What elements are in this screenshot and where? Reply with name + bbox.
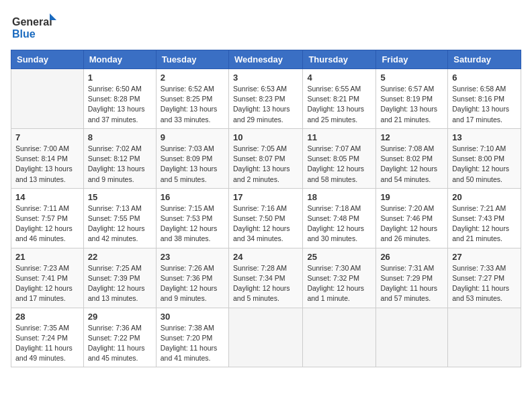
day-number: 28 xyxy=(15,312,79,322)
day-info: Sunrise: 7:16 AM Sunset: 7:50 PM Dayligh… xyxy=(233,203,298,244)
calendar-week-row: 21Sunrise: 7:23 AM Sunset: 7:41 PM Dayli… xyxy=(11,248,521,308)
calendar-cell: 15Sunrise: 7:13 AM Sunset: 7:55 PM Dayli… xyxy=(83,188,156,248)
day-number: 21 xyxy=(15,252,79,262)
calendar-cell: 20Sunrise: 7:21 AM Sunset: 7:43 PM Dayli… xyxy=(448,188,521,248)
calendar-cell: 2Sunrise: 6:52 AM Sunset: 8:25 PM Daylig… xyxy=(156,69,228,129)
calendar-cell: 18Sunrise: 7:18 AM Sunset: 7:48 PM Dayli… xyxy=(303,188,376,248)
day-info: Sunrise: 6:50 AM Sunset: 8:28 PM Dayligh… xyxy=(88,84,152,125)
day-info: Sunrise: 6:58 AM Sunset: 8:16 PM Dayligh… xyxy=(452,84,517,125)
calendar-cell: 23Sunrise: 7:26 AM Sunset: 7:36 PM Dayli… xyxy=(156,248,228,308)
logo-svg: GeneralBlue xyxy=(11,11,58,44)
day-number: 12 xyxy=(380,132,443,142)
day-number: 26 xyxy=(380,252,443,262)
calendar-cell: 10Sunrise: 7:05 AM Sunset: 8:07 PM Dayli… xyxy=(228,128,302,188)
calendar-cell: 28Sunrise: 7:35 AM Sunset: 7:24 PM Dayli… xyxy=(11,308,84,367)
calendar-cell: 25Sunrise: 7:30 AM Sunset: 7:32 PM Dayli… xyxy=(303,248,376,308)
day-info: Sunrise: 7:15 AM Sunset: 7:53 PM Dayligh… xyxy=(161,203,224,244)
day-info: Sunrise: 7:21 AM Sunset: 7:43 PM Dayligh… xyxy=(452,203,517,244)
calendar-cell: 16Sunrise: 7:15 AM Sunset: 7:53 PM Dayli… xyxy=(156,188,228,248)
day-info: Sunrise: 7:03 AM Sunset: 8:09 PM Dayligh… xyxy=(161,144,224,185)
calendar-header-row: SundayMondayTuesdayWednesdayThursdayFrid… xyxy=(11,50,521,69)
day-number: 19 xyxy=(380,192,443,202)
day-info: Sunrise: 7:30 AM Sunset: 7:32 PM Dayligh… xyxy=(307,263,371,304)
day-number: 9 xyxy=(161,132,224,142)
day-number: 7 xyxy=(15,132,79,142)
day-info: Sunrise: 7:11 AM Sunset: 7:57 PM Dayligh… xyxy=(15,203,79,244)
svg-text:General: General xyxy=(12,16,52,28)
day-number: 23 xyxy=(161,252,224,262)
col-header-wednesday: Wednesday xyxy=(228,50,302,69)
calendar-cell: 8Sunrise: 7:02 AM Sunset: 8:12 PM Daylig… xyxy=(83,128,156,188)
calendar-cell: 19Sunrise: 7:20 AM Sunset: 7:46 PM Dayli… xyxy=(376,188,448,248)
calendar-cell: 17Sunrise: 7:16 AM Sunset: 7:50 PM Dayli… xyxy=(228,188,302,248)
calendar-cell xyxy=(228,308,302,367)
day-number: 30 xyxy=(161,312,224,322)
col-header-sunday: Sunday xyxy=(11,50,84,69)
day-number: 10 xyxy=(233,132,298,142)
calendar-cell: 7Sunrise: 7:00 AM Sunset: 8:14 PM Daylig… xyxy=(11,128,84,188)
calendar-cell: 30Sunrise: 7:38 AM Sunset: 7:20 PM Dayli… xyxy=(156,308,228,367)
day-number: 27 xyxy=(452,252,517,262)
svg-marker-1 xyxy=(50,13,56,20)
col-header-thursday: Thursday xyxy=(303,50,376,69)
day-info: Sunrise: 7:02 AM Sunset: 8:12 PM Dayligh… xyxy=(88,144,152,185)
calendar-cell: 5Sunrise: 6:57 AM Sunset: 8:19 PM Daylig… xyxy=(376,69,448,129)
calendar-cell: 11Sunrise: 7:07 AM Sunset: 8:05 PM Dayli… xyxy=(303,128,376,188)
calendar-cell: 27Sunrise: 7:33 AM Sunset: 7:27 PM Dayli… xyxy=(448,248,521,308)
day-number: 20 xyxy=(452,192,517,202)
day-number: 17 xyxy=(233,192,298,202)
calendar-cell xyxy=(448,308,521,367)
calendar-week-row: 28Sunrise: 7:35 AM Sunset: 7:24 PM Dayli… xyxy=(11,308,521,367)
calendar-cell xyxy=(376,308,448,367)
day-info: Sunrise: 7:13 AM Sunset: 7:55 PM Dayligh… xyxy=(88,203,152,244)
day-number: 29 xyxy=(88,312,152,322)
calendar-cell xyxy=(11,69,84,129)
day-info: Sunrise: 7:18 AM Sunset: 7:48 PM Dayligh… xyxy=(307,203,371,244)
day-number: 16 xyxy=(161,192,224,202)
page-header: GeneralBlue xyxy=(11,11,521,44)
day-info: Sunrise: 7:10 AM Sunset: 8:00 PM Dayligh… xyxy=(452,144,517,185)
calendar-cell: 12Sunrise: 7:08 AM Sunset: 8:02 PM Dayli… xyxy=(376,128,448,188)
calendar-cell: 3Sunrise: 6:53 AM Sunset: 8:23 PM Daylig… xyxy=(228,69,302,129)
calendar-week-row: 1Sunrise: 6:50 AM Sunset: 8:28 PM Daylig… xyxy=(11,69,521,129)
day-number: 4 xyxy=(307,73,371,83)
col-header-friday: Friday xyxy=(376,50,448,69)
calendar-cell: 22Sunrise: 7:25 AM Sunset: 7:39 PM Dayli… xyxy=(83,248,156,308)
calendar-cell: 24Sunrise: 7:28 AM Sunset: 7:34 PM Dayli… xyxy=(228,248,302,308)
day-number: 6 xyxy=(452,73,517,83)
day-number: 2 xyxy=(161,73,224,83)
day-number: 14 xyxy=(15,192,79,202)
day-info: Sunrise: 7:20 AM Sunset: 7:46 PM Dayligh… xyxy=(380,203,443,244)
day-info: Sunrise: 6:57 AM Sunset: 8:19 PM Dayligh… xyxy=(380,84,443,125)
calendar-cell: 9Sunrise: 7:03 AM Sunset: 8:09 PM Daylig… xyxy=(156,128,228,188)
day-info: Sunrise: 7:38 AM Sunset: 7:20 PM Dayligh… xyxy=(161,323,224,364)
day-number: 24 xyxy=(233,252,298,262)
day-number: 25 xyxy=(307,252,371,262)
day-info: Sunrise: 7:08 AM Sunset: 8:02 PM Dayligh… xyxy=(380,144,443,185)
calendar-cell: 4Sunrise: 6:55 AM Sunset: 8:21 PM Daylig… xyxy=(303,69,376,129)
col-header-monday: Monday xyxy=(83,50,156,69)
calendar-cell: 6Sunrise: 6:58 AM Sunset: 8:16 PM Daylig… xyxy=(448,69,521,129)
calendar-cell: 29Sunrise: 7:36 AM Sunset: 7:22 PM Dayli… xyxy=(83,308,156,367)
day-number: 11 xyxy=(307,132,371,142)
day-number: 18 xyxy=(307,192,371,202)
day-number: 22 xyxy=(88,252,152,262)
day-number: 5 xyxy=(380,73,443,83)
calendar-cell: 21Sunrise: 7:23 AM Sunset: 7:41 PM Dayli… xyxy=(11,248,84,308)
day-info: Sunrise: 7:07 AM Sunset: 8:05 PM Dayligh… xyxy=(307,144,371,185)
logo: GeneralBlue xyxy=(11,11,58,44)
day-number: 1 xyxy=(88,73,152,83)
day-number: 15 xyxy=(88,192,152,202)
col-header-saturday: Saturday xyxy=(448,50,521,69)
calendar-cell: 14Sunrise: 7:11 AM Sunset: 7:57 PM Dayli… xyxy=(11,188,84,248)
calendar-cell: 1Sunrise: 6:50 AM Sunset: 8:28 PM Daylig… xyxy=(83,69,156,129)
day-info: Sunrise: 7:00 AM Sunset: 8:14 PM Dayligh… xyxy=(15,144,79,185)
calendar-table: SundayMondayTuesdayWednesdayThursdayFrid… xyxy=(11,50,521,367)
calendar-cell xyxy=(303,308,376,367)
calendar-week-row: 7Sunrise: 7:00 AM Sunset: 8:14 PM Daylig… xyxy=(11,128,521,188)
day-info: Sunrise: 7:05 AM Sunset: 8:07 PM Dayligh… xyxy=(233,144,298,185)
calendar-week-row: 14Sunrise: 7:11 AM Sunset: 7:57 PM Dayli… xyxy=(11,188,521,248)
day-info: Sunrise: 6:52 AM Sunset: 8:25 PM Dayligh… xyxy=(161,84,224,125)
day-info: Sunrise: 7:25 AM Sunset: 7:39 PM Dayligh… xyxy=(88,263,152,304)
col-header-tuesday: Tuesday xyxy=(156,50,228,69)
